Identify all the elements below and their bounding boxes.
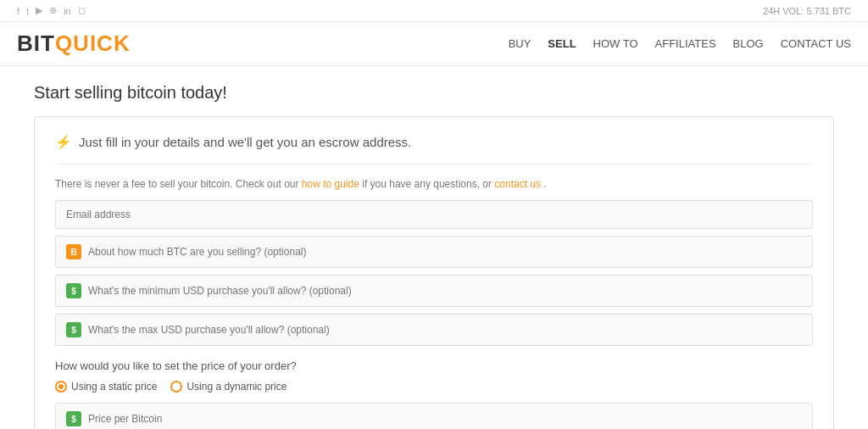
main-nav: BUY SELL HOW TO AFFILIATES BLOG CONTACT … (509, 37, 851, 50)
dynamic-price-radio[interactable] (170, 381, 182, 393)
price-radio-group: Using a static price Using a dynamic pri… (55, 381, 813, 393)
social-icons: f t ▶ ⊕ in ◻ (17, 5, 86, 16)
logo[interactable]: BITQUICK (17, 31, 131, 57)
facebook-icon[interactable]: f (17, 6, 19, 16)
info-text-2: if you have any questions, or (362, 178, 494, 190)
email-input[interactable] (66, 209, 802, 220)
info-text: There is never a fee to sell your bitcoi… (55, 178, 813, 190)
top-bar: f t ▶ ⊕ in ◻ 24H VOL: 5.731 BTC (0, 0, 868, 22)
btc-field-wrapper: B (55, 236, 813, 268)
lightning-icon: ⚡ (55, 134, 72, 150)
max-usd-input[interactable] (88, 324, 802, 336)
max-usd-icon: $ (66, 322, 81, 337)
nav-howto[interactable]: HOW TO (593, 37, 638, 50)
price-section-title: How would you like to set the price of y… (55, 359, 813, 372)
info-text-3: . (543, 178, 546, 190)
min-usd-icon: $ (66, 283, 81, 298)
nav-sell[interactable]: SELL (548, 37, 576, 50)
min-usd-input[interactable] (88, 285, 802, 297)
nav-buy[interactable]: BUY (509, 37, 531, 50)
dynamic-price-label: Using a dynamic price (186, 381, 287, 393)
youtube-icon[interactable]: ▶ (36, 5, 42, 16)
price-usd-icon: $ (66, 411, 81, 426)
static-price-radio[interactable] (55, 381, 67, 393)
dynamic-price-option[interactable]: Using a dynamic price (170, 381, 287, 393)
header: BITQUICK BUY SELL HOW TO AFFILIATES BLOG… (0, 22, 868, 66)
page-title: Start selling bitcoin today! (34, 83, 834, 103)
price-btc-field-wrapper: $ (55, 403, 813, 429)
static-price-option[interactable]: Using a static price (55, 381, 157, 393)
main-content: Start selling bitcoin today! ⚡ Just fill… (0, 66, 868, 429)
info-text-1: There is never a fee to sell your bitcoi… (55, 178, 302, 190)
nav-contact[interactable]: CONTACT US (781, 37, 851, 50)
btc-icon: B (66, 244, 81, 259)
price-per-bitcoin-input[interactable] (88, 413, 802, 425)
twitter-icon[interactable]: t (26, 6, 29, 16)
nav-blog[interactable]: BLOG (733, 37, 764, 50)
rss-icon[interactable]: ⊕ (49, 5, 57, 16)
linkedin-icon[interactable]: in (64, 6, 71, 16)
nav-affiliates[interactable]: AFFILIATES (655, 37, 716, 50)
max-usd-field-wrapper: $ (55, 314, 813, 346)
logo-quick: QUICK (55, 31, 131, 56)
howto-link[interactable]: how to guide (302, 178, 359, 190)
headline-text: Just fill in your details and we'll get … (79, 135, 411, 149)
headline-section: ⚡ Just fill in your details and we'll ge… (55, 134, 813, 164)
btc-input[interactable] (88, 246, 802, 258)
sell-form-card: ⚡ Just fill in your details and we'll ge… (34, 116, 834, 429)
email-field-wrapper (55, 200, 813, 229)
logo-bit: BIT (17, 31, 55, 56)
instagram-icon[interactable]: ◻ (78, 5, 86, 16)
contact-link[interactable]: contact us (494, 178, 541, 190)
volume-text: 24H VOL: 5.731 BTC (763, 6, 851, 16)
min-usd-field-wrapper: $ (55, 275, 813, 307)
static-price-label: Using a static price (71, 381, 157, 393)
